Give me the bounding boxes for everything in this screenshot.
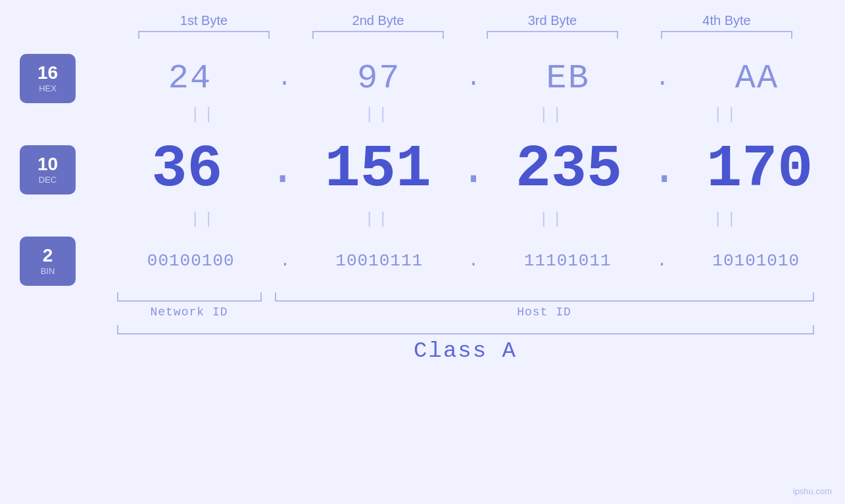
bin-values-area: 00100100 . 10010111 . 11101011 . 1010101… [76, 251, 845, 271]
hex-row: 16 HEX 24 . 97 . EB . AA [0, 52, 845, 104]
bin-val-4: 10101010 [690, 251, 822, 271]
bin-val-2: 10010111 [314, 251, 445, 271]
hex-values-area: 24 . 97 . EB . AA [76, 59, 845, 98]
hex-val-2: 97 [313, 59, 445, 98]
class-bracket-row [117, 325, 814, 334]
hex-dot-2: . [466, 65, 481, 92]
dec-badge: 10 DEC [20, 145, 76, 195]
dec-val-3: 235 [503, 136, 635, 203]
bracket-2 [312, 31, 444, 39]
bin-badge: 2 BIN [20, 237, 76, 286]
main-container: 1st Byte 2nd Byte 3rd Byte 4th Byte 16 H… [0, 0, 845, 504]
dec-values-area: 36 . 151 . 235 . 170 [76, 136, 845, 203]
dec-row: 10 DEC 36 . 151 . 235 . 170 [0, 130, 845, 209]
bin-dot-2: . [468, 251, 479, 271]
hex-dot-1: . [278, 65, 292, 92]
dec-val-4: 170 [694, 136, 825, 203]
dec-dot-3: . [650, 144, 678, 196]
byte-header-2: 2nd Byte [306, 13, 450, 28]
equals-row-2: || || || || [117, 210, 814, 228]
byte-header-3: 3rd Byte [480, 13, 625, 28]
bracket-1 [138, 31, 270, 39]
bin-dot-1: . [280, 251, 291, 271]
hex-val-1: 24 [124, 59, 256, 98]
network-bracket [117, 292, 262, 302]
class-label: Class A [117, 338, 814, 363]
bin-row: 2 BIN 00100100 . 10010111 . 11101011 . 1… [0, 235, 845, 287]
network-id-label: Network ID [117, 306, 262, 319]
eq2-2: || [312, 210, 444, 228]
byte-headers: 1st Byte 2nd Byte 3rd Byte 4th Byte [117, 13, 814, 28]
dec-badge-num: 10 [37, 154, 58, 175]
hex-val-4: AA [691, 59, 823, 98]
id-labels: Network ID Host ID [117, 306, 814, 319]
eq2-1: || [138, 210, 270, 228]
eq-1: || [138, 106, 270, 124]
dec-val-1: 36 [122, 136, 253, 203]
eq2-4: || [661, 210, 792, 228]
eq-2: || [312, 106, 444, 124]
host-id-label: Host ID [275, 306, 814, 319]
class-bracket [117, 325, 814, 334]
bin-val-3: 11101011 [502, 251, 633, 271]
bin-badge-num: 2 [43, 246, 53, 266]
eq2-3: || [487, 210, 618, 228]
dec-dot-2: . [460, 144, 487, 196]
bottom-section: Network ID Host ID [117, 292, 814, 319]
dec-val-2: 151 [312, 136, 444, 203]
hex-val-3: EB [502, 59, 634, 98]
bin-val-1: 00100100 [125, 251, 256, 271]
bracket-4 [661, 31, 792, 39]
dec-dot-1: . [269, 144, 297, 196]
top-bracket-row [117, 31, 814, 39]
bottom-brackets [117, 292, 814, 302]
bin-badge-label: BIN [41, 266, 55, 276]
bin-dot-3: . [657, 251, 667, 271]
dec-badge-label: DEC [39, 175, 57, 185]
eq-3: || [487, 106, 618, 124]
equals-row-1: || || || || [117, 106, 814, 124]
byte-header-1: 1st Byte [132, 13, 276, 28]
host-bracket [275, 292, 814, 302]
bracket-3 [487, 31, 618, 39]
eq-4: || [661, 106, 792, 124]
hex-badge-num: 16 [37, 63, 58, 83]
hex-badge-label: HEX [39, 83, 57, 93]
watermark: ipshu.com [793, 486, 832, 496]
hex-dot-3: . [656, 65, 670, 92]
byte-header-4: 4th Byte [654, 13, 799, 28]
hex-badge: 16 HEX [20, 54, 76, 103]
